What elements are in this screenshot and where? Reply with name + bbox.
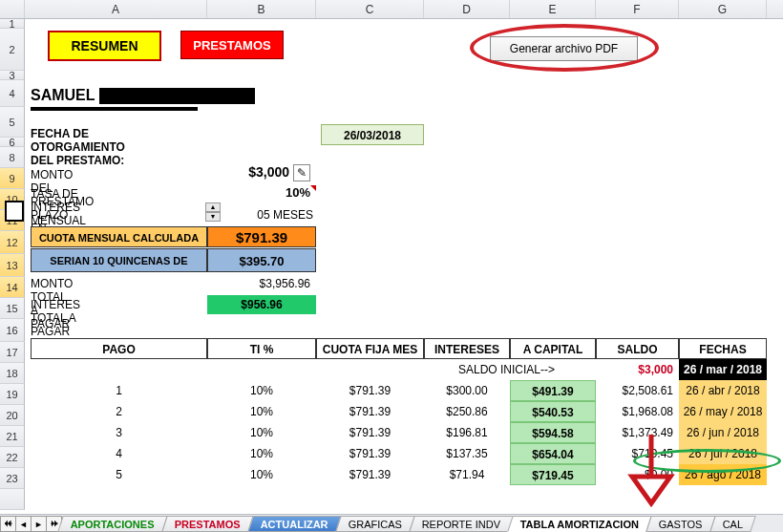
sheet-tab-cal[interactable]: CAL <box>709 516 756 532</box>
cell-r4-c1[interactable]: 10% <box>207 464 316 485</box>
row-20[interactable]: 20 <box>0 405 25 426</box>
cell-r2-c4[interactable]: $594.58 <box>510 422 596 443</box>
sheet-tab-prestamos[interactable]: PRESTAMOS <box>161 516 253 532</box>
row-21[interactable]: 21 <box>0 426 25 447</box>
cell-r3-c5[interactable]: $719.45 <box>596 443 679 464</box>
cell-r0-c4[interactable]: $491.39 <box>510 380 596 401</box>
col-F[interactable]: F <box>596 0 679 18</box>
cell-r4-c2[interactable]: $791.39 <box>316 464 424 485</box>
cell-r2-c1[interactable]: 10% <box>207 422 316 443</box>
row-6[interactable]: 6 <box>0 138 25 147</box>
prestamos-button[interactable]: PRESTAMOS <box>180 31 284 59</box>
offscreen-box <box>5 201 24 222</box>
col-B[interactable]: B <box>207 0 316 18</box>
saldo-inicial-date: 26 / mar / 2018 <box>679 359 767 380</box>
cell-r2-c5[interactable]: $1,373.49 <box>596 422 679 443</box>
th-fechas: FECHAS <box>679 338 767 359</box>
plazo-value[interactable]: 05 MESES <box>227 208 313 222</box>
col-A[interactable]: A <box>25 0 207 18</box>
cell-r1-c6[interactable]: 26 / may / 2018 <box>679 401 767 422</box>
row-9[interactable]: 9 <box>0 168 25 189</box>
cell-r1-c5[interactable]: $1,968.08 <box>596 401 679 422</box>
row-1[interactable]: 1 <box>0 19 25 29</box>
cell-r3-c6[interactable]: 26 / jul / 2018 <box>679 443 767 464</box>
sheet-tab-aportaciones[interactable]: APORTACIONES <box>57 516 167 532</box>
sheet-tab-tabla-amortizacion[interactable]: TABLA AMORTIZACION <box>507 516 652 532</box>
row-13[interactable]: 13 <box>0 254 25 277</box>
col-G[interactable]: G <box>679 0 767 18</box>
col-E[interactable]: E <box>510 0 596 18</box>
cell-r4-c5[interactable]: $0.00 <box>596 464 679 485</box>
cell-r1-c2[interactable]: $791.39 <box>316 401 424 422</box>
cell-r2-c3[interactable]: $196.81 <box>424 422 510 443</box>
row-8[interactable]: 8 <box>0 147 25 168</box>
cell-r2-c0[interactable]: 3 <box>31 422 207 443</box>
tasa-value[interactable]: 10% <box>207 185 310 200</box>
row-17[interactable]: 17 <box>0 342 25 363</box>
cell-r0-c0[interactable]: 1 <box>31 380 207 401</box>
cell-r4-c4[interactable]: $719.45 <box>510 464 596 485</box>
th-intereses: INTERESES <box>424 338 510 359</box>
label-saldo-inicial: SALDO INICIAL--> <box>426 359 596 380</box>
cell-r3-c3[interactable]: $137.35 <box>424 443 510 464</box>
cell-r1-c1[interactable]: 10% <box>207 401 316 422</box>
cell-r3-c4[interactable]: $654.04 <box>510 443 596 464</box>
plazo-stepper[interactable]: ▲ ▼ <box>205 202 221 222</box>
cell-r4-c3[interactable]: $71.94 <box>424 464 510 485</box>
row-23[interactable]: 23 <box>0 468 25 489</box>
nav-prev-icon[interactable]: ◄ <box>15 516 32 532</box>
stepper-up-icon[interactable]: ▲ <box>205 202 221 212</box>
row-18[interactable]: 18 <box>0 363 25 384</box>
cell-r1-c0[interactable]: 2 <box>31 401 207 422</box>
cuota-value: $791.39 <box>207 226 316 247</box>
row-12[interactable]: 12 <box>0 231 25 254</box>
row-undefined[interactable] <box>0 489 25 510</box>
spreadsheet-grid[interactable]: A B C D E F G 12345689101112131415161718… <box>0 0 783 514</box>
edit-icon[interactable]: ✎ <box>293 164 310 181</box>
customer-name: SAMUEL <box>31 87 95 104</box>
cell-r0-c2[interactable]: $791.39 <box>316 380 424 401</box>
row-2[interactable]: 2 <box>0 29 25 71</box>
label-interes-total: INTERES TOTAL A PAGAR <box>31 298 80 338</box>
nav-first-icon[interactable]: ⯬ <box>0 516 16 532</box>
sheet-tab-reporte-indv[interactable]: REPORTE INDV <box>409 516 514 532</box>
row-16[interactable]: 16 <box>0 319 25 342</box>
th-pago: PAGO <box>31 338 207 359</box>
cell-r1-c4[interactable]: $540.53 <box>510 401 596 422</box>
sheet-tabs-bar: ⯬ ◄ ► ⯮ APORTACIONESPRESTAMOSACTUALIZARG… <box>0 514 783 532</box>
row-15[interactable]: 15 <box>0 298 25 319</box>
row-19[interactable]: 19 <box>0 384 25 405</box>
sheet-tab-actualizar[interactable]: ACTUALIZAR <box>247 516 341 532</box>
cell-r2-c2[interactable]: $791.39 <box>316 422 424 443</box>
cell-r4-c0[interactable]: 5 <box>31 464 207 485</box>
cell-r1-c3[interactable]: $250.86 <box>424 401 510 422</box>
cell-r3-c2[interactable]: $791.39 <box>316 443 424 464</box>
monto-total-value: $3,956.96 <box>207 277 310 290</box>
row-5[interactable]: 5 <box>0 107 25 138</box>
generate-pdf-button[interactable]: Generar archivo PDF <box>490 36 638 61</box>
col-C[interactable]: C <box>316 0 424 18</box>
sheet-tab-gastos[interactable]: GASTOS <box>646 516 716 532</box>
row-4[interactable]: 4 <box>0 80 25 107</box>
th-ti-%: TI % <box>207 338 316 359</box>
sheet-tab-graficas[interactable]: GRAFICAS <box>335 516 415 532</box>
cell-r4-c6[interactable]: 26 / ago / 2018 <box>679 464 767 485</box>
comment-indicator-icon <box>310 185 316 191</box>
cell-r3-c1[interactable]: 10% <box>207 443 316 464</box>
row-22[interactable]: 22 <box>0 447 25 468</box>
cell-r3-c0[interactable]: 4 <box>31 443 207 464</box>
monto-value[interactable]: $3,000 <box>207 164 289 180</box>
cell-r2-c6[interactable]: 26 / jun / 2018 <box>679 422 767 443</box>
resumen-button[interactable]: RESUMEN <box>48 31 161 61</box>
cell-r0-c5[interactable]: $2,508.61 <box>596 380 679 401</box>
cell-r0-c1[interactable]: 10% <box>207 380 316 401</box>
cell-r0-c6[interactable]: 26 / abr / 2018 <box>679 380 767 401</box>
loan-date-value[interactable]: 26/03/2018 <box>321 124 424 145</box>
nav-next-icon[interactable]: ► <box>31 516 47 532</box>
cell-r0-c3[interactable]: $300.00 <box>424 380 510 401</box>
row-3[interactable]: 3 <box>0 71 25 80</box>
col-D[interactable]: D <box>424 0 510 18</box>
stepper-down-icon[interactable]: ▼ <box>205 212 221 222</box>
corner-cell[interactable] <box>0 0 25 18</box>
row-14[interactable]: 14 <box>0 277 25 298</box>
